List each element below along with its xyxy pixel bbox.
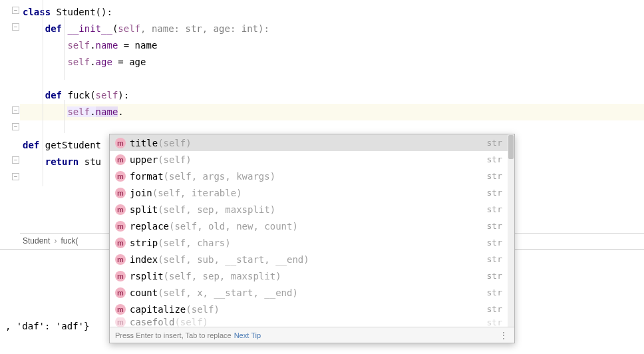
autocomplete-item[interactable]: mupper(self)str (110, 151, 514, 168)
autocomplete-item-return-type: str (487, 138, 502, 148)
autocomplete-item-name: format (130, 171, 164, 182)
autocomplete-item-name: replace (130, 221, 169, 232)
hint-text: Press Enter to insert, Tab to replace (115, 331, 232, 339)
autocomplete-item-return-type: str (487, 171, 502, 181)
autocomplete-item[interactable]: msplit(self, sep, maxsplit)str (110, 201, 514, 218)
code-line: def fuck(self): (20, 87, 644, 104)
autocomplete-item[interactable]: mcapitalize(self)str (110, 301, 514, 317)
fold-icon[interactable]: − (12, 106, 19, 114)
autocomplete-item[interactable]: mcasefold(self)str (110, 317, 514, 327)
code-line: class Student(): (20, 4, 644, 21)
method-icon: m (115, 317, 126, 327)
autocomplete-item-params: (self, args, kwargs) (164, 171, 276, 182)
autocomplete-item[interactable]: mstrip(self, chars)str (110, 234, 514, 251)
autocomplete-item[interactable]: mcount(self, x, __start, __end)str (110, 284, 514, 301)
autocomplete-item[interactable]: mtitle(self)str (110, 134, 514, 151)
autocomplete-item-name: casefold (130, 317, 174, 327)
autocomplete-item[interactable]: mformat(self, args, kwargs)str (110, 168, 514, 184)
autocomplete-item-params: (self, iterable) (152, 188, 242, 198)
method-icon: m (115, 271, 126, 281)
method-icon: m (115, 188, 126, 198)
autocomplete-hint-bar: Press Enter to insert, Tab to replace Ne… (110, 327, 514, 343)
method-icon: m (115, 304, 126, 315)
autocomplete-item-return-type: str (487, 287, 502, 297)
autocomplete-item-params: (self) (174, 317, 208, 327)
breadcrumb-separator-icon: › (54, 236, 57, 246)
autocomplete-item-name: title (130, 138, 158, 148)
autocomplete-item-return-type: str (487, 238, 502, 248)
method-icon: m (115, 287, 126, 298)
autocomplete-item-params: (self) (158, 138, 192, 148)
autocomplete-list[interactable]: mtitle(self)strmupper(self)strmformat(se… (110, 134, 514, 327)
method-icon: m (115, 138, 126, 148)
breadcrumb-item[interactable]: Student (23, 236, 50, 246)
autocomplete-popup: mtitle(self)strmupper(self)strmformat(se… (109, 134, 515, 343)
fold-icon[interactable]: − (12, 123, 19, 130)
autocomplete-item[interactable]: mindex(self, sub, __start, __end)str (110, 251, 514, 267)
fold-icon[interactable]: − (12, 173, 19, 180)
autocomplete-item[interactable]: mreplace(self, old, new, count)str (110, 218, 514, 234)
autocomplete-item-name: upper (130, 154, 158, 165)
code-line: self.age = age (20, 54, 644, 71)
scrollbar-thumb[interactable] (508, 135, 514, 159)
gutter: − − − − − − (0, 0, 20, 230)
autocomplete-item-params: (self) (186, 304, 220, 315)
code-line (20, 71, 644, 87)
autocomplete-item-return-type: str (487, 221, 502, 231)
code-line: def __init__(self, name: str, age: int): (20, 21, 644, 37)
autocomplete-item[interactable]: mrsplit(self, sep, maxsplit)str (110, 267, 514, 284)
autocomplete-item-params: (self, x, __start, __end) (158, 287, 298, 298)
autocomplete-item-name: count (130, 287, 158, 298)
code-line: self.name = name (20, 37, 644, 54)
autocomplete-item[interactable]: mjoin(self, iterable)str (110, 184, 514, 201)
next-tip-link[interactable]: Next Tip (234, 331, 261, 339)
autocomplete-item-name: rsplit (130, 271, 164, 281)
autocomplete-item-return-type: str (487, 154, 502, 164)
autocomplete-item-return-type: str (487, 254, 502, 264)
method-icon: m (115, 238, 126, 248)
breadcrumb-item[interactable]: fuck( (61, 236, 78, 246)
autocomplete-item-params: (self, sep, maxsplit) (164, 271, 281, 281)
method-icon: m (115, 154, 126, 165)
autocomplete-item-params: (self, sub, __start, __end) (158, 254, 309, 265)
fold-icon[interactable]: − (12, 23, 19, 31)
fold-icon[interactable]: − (12, 7, 19, 14)
autocomplete-item-name: split (130, 204, 158, 215)
autocomplete-item-params: (self) (158, 154, 192, 165)
autocomplete-item-name: index (130, 254, 158, 265)
autocomplete-item-return-type: str (487, 317, 502, 327)
autocomplete-item-name: capitalize (130, 304, 186, 315)
method-icon: m (115, 254, 126, 265)
autocomplete-item-params: (self, old, new, count) (169, 221, 298, 232)
method-icon: m (115, 221, 126, 232)
autocomplete-item-return-type: str (487, 204, 502, 214)
method-icon: m (115, 171, 126, 182)
scrollbar[interactable] (508, 134, 514, 327)
autocomplete-item-return-type: str (487, 188, 502, 198)
code-line: self.name. (20, 104, 644, 120)
fold-icon[interactable]: − (12, 156, 19, 164)
more-options-icon[interactable]: ⋮ (499, 330, 509, 341)
autocomplete-item-return-type: str (487, 271, 502, 281)
autocomplete-item-name: join (130, 188, 152, 198)
autocomplete-item-params: (self, chars) (158, 238, 231, 248)
method-icon: m (115, 204, 126, 215)
autocomplete-item-name: strip (130, 238, 158, 248)
autocomplete-item-params: (self, sep, maxsplit) (158, 204, 275, 215)
autocomplete-item-return-type: str (487, 304, 502, 314)
